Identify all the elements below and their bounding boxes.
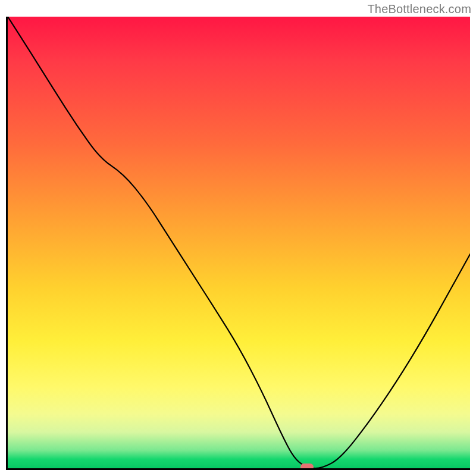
chart-frame: TheBottleneck.com: [0, 0, 476, 476]
plot-area: [6, 17, 470, 470]
bottleneck-curve: [8, 17, 470, 468]
watermark-text: TheBottleneck.com: [367, 2, 471, 16]
optimal-marker: [300, 464, 314, 470]
